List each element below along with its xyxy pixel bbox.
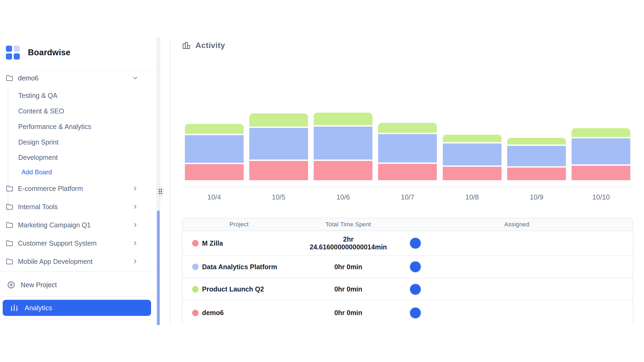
folder-icon — [6, 258, 13, 265]
x-axis-tick-label: 10/10 — [569, 193, 633, 201]
app-title: Boardwise — [28, 48, 71, 57]
total-time-cell: 0hr 0min — [296, 309, 401, 317]
assigned-cell — [401, 308, 633, 318]
sidebar-item-customer-support-system[interactable]: Customer Support System — [0, 234, 154, 252]
table-row-m-zilla: M Zilla2hr24.616000000000014min — [182, 231, 633, 256]
bar-segment-data-analytics-platform — [378, 134, 437, 162]
activity-stacked-bar-chart — [182, 38, 633, 180]
sidebar-resize-handle[interactable] — [157, 187, 163, 195]
chevron-right-icon[interactable] — [132, 258, 138, 265]
bar-segment-data-analytics-platform — [507, 146, 566, 166]
column-header-assigned: Assigned — [401, 221, 633, 228]
time-value-line: 24.616000000000014min — [296, 243, 401, 251]
chart-category-10/9 — [504, 138, 569, 180]
chart-category-10/7 — [375, 123, 440, 180]
sidebar-board-item[interactable]: Design Sprint — [0, 134, 150, 150]
time-value-line: 0hr 0min — [296, 309, 401, 317]
stacked-bar — [185, 124, 244, 180]
divider — [0, 296, 153, 297]
sidebar-scrollbar-thumb[interactable] — [157, 210, 160, 325]
assignee-avatar — [410, 284, 421, 295]
table-header-row: ProjectTotal Time SpentAssigned — [182, 218, 633, 231]
plus-circle-icon — [7, 281, 15, 289]
project-name: Data Analytics Platform — [202, 263, 277, 271]
sidebar: Boardwise demo6 Testing & QAContent & SE… — [0, 38, 160, 325]
table-row-demo6: demo60hr 0min — [182, 301, 633, 325]
bar-segment-m-zilla — [507, 168, 566, 180]
bar-segment-m-zilla — [249, 161, 308, 180]
stacked-bar — [443, 135, 502, 180]
x-axis-tick-label: 10/7 — [375, 193, 440, 201]
x-axis-labels: 10/410/510/610/710/810/910/10 — [182, 193, 633, 201]
project-color-dot — [192, 264, 199, 270]
sidebar-board-item[interactable]: Testing & QA — [0, 88, 150, 103]
sidebar-item-marketing-campaign-q1[interactable]: Marketing Campaign Q1 — [0, 216, 154, 234]
project-cell: Data Analytics Platform — [182, 263, 296, 271]
assignee-avatar — [410, 238, 421, 249]
bar-segment-product-launch-q2 — [443, 135, 502, 142]
time-value-line: 0hr 0min — [296, 263, 401, 271]
chart-category-10/10 — [569, 128, 633, 180]
add-board-link[interactable]: Add Board — [0, 165, 150, 179]
bar-segment-product-launch-q2 — [507, 138, 566, 145]
chart-category-10/4 — [182, 124, 246, 180]
folder-icon — [6, 75, 13, 82]
sidebar-item-label: Customer Support System — [18, 239, 97, 247]
divider — [0, 70, 157, 71]
sidebar-board-item[interactable]: Development — [0, 150, 150, 165]
stacked-bar — [314, 113, 372, 180]
time-spent-table: ProjectTotal Time SpentAssigned M Zilla2… — [182, 218, 633, 325]
analytics-label: Analytics — [25, 304, 52, 312]
project-name: Product Launch Q2 — [202, 285, 264, 293]
bar-segment-product-launch-q2 — [378, 123, 437, 133]
table-row-product-launch-q2: Product Launch Q20hr 0min — [182, 278, 633, 301]
column-header-project: Project — [182, 221, 296, 228]
total-time-cell: 0hr 0min — [296, 285, 401, 293]
chevron-right-icon[interactable] — [132, 222, 138, 228]
sidebar-item-demo6[interactable]: demo6 — [0, 72, 154, 84]
bar-segment-m-zilla — [378, 164, 437, 180]
chevron-down-icon[interactable] — [132, 75, 138, 81]
bar-segment-data-analytics-platform — [185, 135, 244, 163]
sidebar-board-item[interactable]: Performance & Analytics — [0, 119, 150, 134]
sidebar-item-internal-tools[interactable]: Internal Tools — [0, 198, 154, 216]
chart-category-10/8 — [440, 135, 504, 180]
assignee-avatar — [410, 261, 421, 272]
project-name: demo6 — [202, 309, 224, 317]
bar-segment-data-analytics-platform — [443, 143, 502, 165]
folder-icon — [6, 185, 13, 192]
table-row-data-analytics-platform: Data Analytics Platform0hr 0min — [182, 256, 633, 278]
new-project-label: New Project — [21, 281, 57, 289]
chevron-right-icon[interactable] — [132, 240, 138, 246]
sidebar-board-item[interactable]: Content & SEO — [0, 103, 150, 119]
bar-segment-m-zilla — [443, 167, 502, 180]
bar-segment-product-launch-q2 — [572, 128, 630, 137]
main-panel: Activity 10/410/510/610/710/810/910/10 P… — [170, 38, 644, 325]
stacked-bar — [378, 123, 437, 180]
table-body: M Zilla2hr24.616000000000014minData Anal… — [182, 231, 633, 325]
chart-category-10/5 — [246, 113, 311, 180]
sidebar-item-label: Internal Tools — [18, 203, 58, 211]
folder-icon — [6, 221, 13, 229]
sidebar-item-mobile-app-development[interactable]: Mobile App Development — [0, 252, 154, 271]
x-axis-line — [183, 187, 632, 187]
project-color-dot — [192, 310, 199, 316]
analytics-button[interactable]: Analytics — [3, 300, 151, 316]
sidebar-item-e-commerce-platform[interactable]: E-commerce Platform — [0, 179, 154, 198]
sidebar-item-label: E-commerce Platform — [18, 185, 83, 193]
bar-segment-data-analytics-platform — [314, 127, 372, 160]
sidebar-item-label: demo6 — [18, 74, 38, 82]
chevron-right-icon[interactable] — [132, 185, 138, 192]
chart-category-10/6 — [311, 113, 375, 180]
project-color-dot — [192, 240, 199, 246]
chevron-right-icon[interactable] — [132, 204, 138, 210]
folder-icon — [6, 203, 13, 210]
project-cell: Product Launch Q2 — [182, 285, 296, 293]
bar-segment-m-zilla — [572, 166, 630, 180]
assignee-avatar — [410, 308, 421, 318]
assigned-cell — [401, 261, 633, 272]
new-project-button[interactable]: New Project — [0, 278, 154, 292]
project-cell: demo6 — [182, 309, 296, 317]
bar-segment-m-zilla — [185, 164, 244, 180]
time-value-line: 2hr — [296, 235, 401, 243]
